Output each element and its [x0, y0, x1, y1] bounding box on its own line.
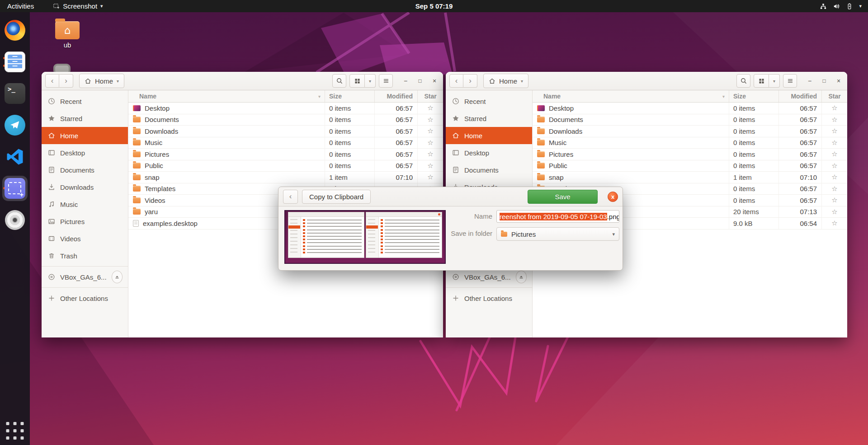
minimize-button[interactable]: − — [805, 76, 815, 86]
star-icon[interactable]: ☆ — [831, 196, 837, 204]
window-titlebar[interactable]: ‹ › Home ▾ ▾ − □ × — [446, 72, 847, 90]
star-icon[interactable]: ☆ — [831, 219, 837, 227]
eject-button[interactable] — [516, 271, 527, 283]
back-button[interactable]: ‹ — [283, 190, 298, 204]
view-grid-button[interactable] — [349, 74, 365, 88]
star-icon[interactable]: ☆ — [831, 127, 837, 135]
table-row[interactable]: snap 1 item 07:10 ☆ — [533, 172, 847, 183]
forward-button[interactable]: › — [463, 74, 477, 88]
dock-item-terminal[interactable]: >_ — [2, 81, 28, 106]
forward-button[interactable]: › — [59, 74, 73, 88]
sidebar-item[interactable]: Videos — [42, 230, 128, 247]
window-menu-button[interactable] — [783, 74, 797, 88]
path-button[interactable]: Home ▾ — [79, 74, 124, 88]
activities-button[interactable]: Activities — [0, 0, 41, 12]
window-menu-button[interactable] — [379, 74, 393, 88]
sidebar-item[interactable]: VBox_GAs_6... — [42, 268, 128, 286]
table-row[interactable]: Desktop 0 items 06:57 ☆ — [128, 103, 443, 114]
path-button[interactable]: Home ▾ — [483, 74, 528, 88]
column-header-size[interactable]: Size — [325, 90, 375, 102]
sidebar-item[interactable]: Desktop — [42, 144, 128, 161]
sidebar-item[interactable]: Other Locations — [42, 290, 128, 307]
star-icon[interactable]: ☆ — [427, 150, 433, 158]
table-row[interactable]: Pictures 0 items 06:57 ☆ — [533, 149, 847, 160]
star-icon[interactable]: ☆ — [831, 116, 837, 124]
star-icon[interactable]: ☆ — [831, 104, 837, 112]
sidebar-item[interactable]: Downloads — [42, 178, 128, 196]
table-row[interactable]: Music 0 items 06:57 ☆ — [128, 137, 443, 149]
desktop-icon-ub[interactable]: ⌂ ub — [52, 18, 82, 49]
column-header-name[interactable]: Name ▾ — [128, 90, 325, 102]
star-icon[interactable]: ☆ — [831, 208, 837, 216]
dock-item-vscode[interactable] — [2, 144, 28, 169]
table-row[interactable]: Desktop 0 items 06:57 ☆ — [533, 103, 847, 114]
clock[interactable]: Sep 5 07:19 — [415, 2, 453, 10]
show-applications-button[interactable] — [6, 422, 24, 440]
star-icon[interactable]: ☆ — [427, 173, 433, 181]
sidebar-item[interactable]: Pictures — [42, 213, 128, 230]
star-icon[interactable]: ☆ — [831, 185, 837, 193]
sidebar-item[interactable]: Documents — [42, 161, 128, 178]
star-icon[interactable]: ☆ — [427, 116, 433, 124]
dock-item-firefox[interactable] — [2, 18, 28, 43]
star-icon[interactable]: ☆ — [427, 139, 433, 147]
view-options-button[interactable]: ▾ — [769, 74, 780, 88]
maximize-button[interactable]: □ — [415, 76, 425, 86]
column-header-star[interactable]: Star — [418, 90, 443, 102]
eject-button[interactable] — [112, 271, 123, 283]
column-header-size[interactable]: Size — [729, 90, 779, 102]
star-icon[interactable]: ☆ — [831, 173, 837, 181]
app-menu-screenshot[interactable]: Screenshot ▾ — [49, 0, 106, 12]
sidebar-item[interactable]: Trash — [42, 247, 128, 264]
star-icon[interactable]: ☆ — [427, 162, 433, 170]
sidebar-item[interactable]: Recent — [446, 93, 532, 110]
dock-item-telegram[interactable] — [2, 112, 28, 138]
close-icon[interactable]: x — [608, 192, 618, 202]
table-row[interactable]: Public 0 items 06:57 ☆ — [128, 160, 443, 172]
star-icon[interactable]: ☆ — [427, 104, 433, 112]
column-header-name[interactable]: Name ▾ — [533, 90, 729, 102]
dock-item-files[interactable] — [2, 49, 28, 75]
table-row[interactable]: Pictures 0 items 06:57 ☆ — [128, 149, 443, 160]
sidebar-item[interactable]: Other Locations — [446, 290, 532, 307]
save-button[interactable]: Save — [528, 190, 598, 204]
table-row[interactable]: Downloads 0 items 06:57 ☆ — [533, 126, 847, 137]
star-icon[interactable]: ☆ — [427, 127, 433, 135]
minimize-button[interactable]: − — [401, 76, 410, 86]
table-row[interactable]: Documents 0 items 06:57 ☆ — [533, 114, 847, 126]
search-button[interactable] — [736, 74, 750, 88]
maximize-button[interactable]: □ — [819, 76, 829, 86]
sidebar-item[interactable]: Documents — [446, 161, 532, 178]
table-row[interactable]: Public 0 items 06:57 ☆ — [533, 160, 847, 172]
table-row[interactable]: Documents 0 items 06:57 ☆ — [128, 114, 443, 126]
search-button[interactable] — [332, 74, 346, 88]
dock-item-disc[interactable] — [2, 207, 28, 233]
column-header-modified[interactable]: Modified — [375, 90, 418, 102]
sidebar-item[interactable]: Music — [42, 196, 128, 213]
copy-to-clipboard-button[interactable]: Copy to Clipboard — [302, 190, 371, 204]
back-button[interactable]: ‹ — [45, 74, 59, 88]
star-icon[interactable]: ☆ — [831, 162, 837, 170]
folder-dropdown[interactable]: Pictures ▾ — [496, 227, 619, 241]
sidebar-item[interactable]: Desktop — [446, 144, 532, 161]
window-titlebar[interactable]: ‹ › Home ▾ ▾ − □ × — [42, 72, 443, 90]
table-row[interactable]: Music 0 items 06:57 ☆ — [533, 137, 847, 149]
sidebar-item[interactable]: Starred — [42, 110, 128, 127]
view-options-button[interactable]: ▾ — [365, 74, 376, 88]
star-icon[interactable]: ☆ — [831, 139, 837, 147]
column-header-star[interactable]: Star — [822, 90, 847, 102]
sidebar-item[interactable]: Home — [42, 127, 128, 144]
sidebar-item[interactable]: Recent — [42, 93, 128, 110]
table-row[interactable]: Downloads 0 items 06:57 ☆ — [128, 126, 443, 137]
filename-input[interactable]: reenshot from 2019-09-05 07-19-03.png — [496, 210, 619, 223]
sidebar-item[interactable]: Home — [446, 127, 532, 144]
view-grid-button[interactable] — [754, 74, 769, 88]
system-status-area[interactable]: ▾ — [816, 0, 865, 12]
star-icon[interactable]: ☆ — [831, 150, 837, 158]
column-header-modified[interactable]: Modified — [779, 90, 822, 102]
table-row[interactable]: snap 1 item 07:10 ☆ — [128, 172, 443, 183]
back-button[interactable]: ‹ — [449, 74, 463, 88]
dock-item-screenshot[interactable] — [2, 176, 28, 201]
close-button[interactable]: × — [429, 76, 439, 86]
close-button[interactable]: × — [834, 76, 844, 86]
